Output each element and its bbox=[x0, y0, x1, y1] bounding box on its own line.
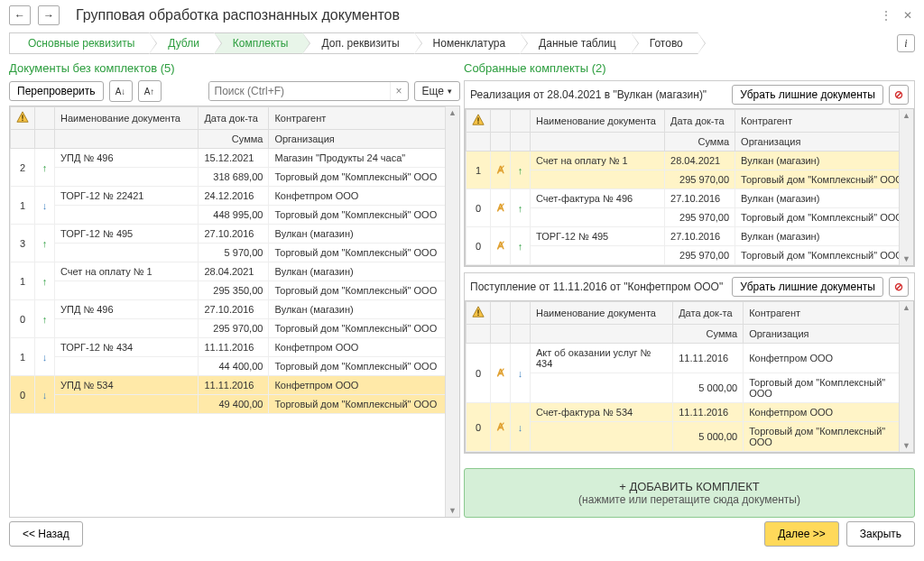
table-row-sub[interactable]: 5 970,00Торговый дом "Комплексный" ООО bbox=[11, 244, 459, 262]
kit-grid: Наименование документаДата док-таКонтраг… bbox=[466, 301, 913, 452]
col-name[interactable]: Наименование документа bbox=[55, 107, 199, 130]
match-icon: Ⱥ bbox=[491, 227, 511, 265]
left-title: Документы без комплектов (5) bbox=[9, 60, 460, 80]
doc-sum: 5 970,00 bbox=[199, 244, 269, 262]
table-row-sub[interactable]: 295 970,00Торговый дом "Комплексный" ООО bbox=[11, 319, 459, 338]
kit-title: Реализация от 28.04.2021 в "Вулкан (мага… bbox=[470, 88, 707, 101]
table-row-sub[interactable]: 295 970,00Торговый дом "Комплексный" ООО bbox=[467, 246, 913, 265]
sort-desc-button[interactable]: A↑ bbox=[138, 80, 162, 102]
menu-icon[interactable]: ⋮ bbox=[879, 8, 893, 23]
table-row[interactable]: 0↑УПД № 49627.10.2016Вулкан (магазин) bbox=[11, 300, 459, 319]
info-button[interactable]: i bbox=[897, 34, 915, 52]
table-row-sub[interactable]: 295 970,00Торговый дом "Комплексный" ООО bbox=[467, 208, 913, 227]
step-tabledata[interactable]: Данные таблиц bbox=[520, 32, 631, 54]
table-row[interactable]: 1Ⱥ↑Счет на оплату № 128.04.2021Вулкан (м… bbox=[467, 152, 913, 170]
table-row[interactable]: 1↓ТОРГ-12 № 43411.11.2016Конфетпром ООО bbox=[11, 338, 459, 357]
doc-name: ТОРГ-12 № 22421 bbox=[55, 187, 199, 206]
table-row[interactable]: 0Ⱥ↓Счет-фактура № 53411.11.2016Конфетпро… bbox=[467, 403, 913, 422]
direction-icon: ↑ bbox=[511, 189, 531, 227]
back-button[interactable]: << Назад bbox=[9, 521, 83, 547]
table-row-sub[interactable]: 295 970,00Торговый дом "Комплексный" ООО bbox=[467, 170, 913, 189]
doc-counterparty: Вулкан (магазин) bbox=[735, 152, 913, 170]
doc-org: Торговый дом "Комплексный" ООО bbox=[735, 208, 913, 227]
table-row[interactable]: 3↑ТОРГ-12 № 49527.10.2016Вулкан (магазин… bbox=[11, 225, 459, 244]
svg-rect-2 bbox=[477, 117, 478, 121]
search-input[interactable] bbox=[209, 82, 390, 100]
direction-icon: ↑ bbox=[511, 152, 531, 189]
remove-extra-button[interactable]: Убрать лишние документы bbox=[732, 277, 883, 297]
col-date[interactable]: Дата док-та bbox=[199, 107, 269, 130]
doc-date: 11.11.2016 bbox=[199, 376, 269, 395]
col-sum[interactable]: Сумма bbox=[199, 130, 269, 149]
doc-sum: 448 995,00 bbox=[199, 206, 269, 225]
doc-counterparty: Конфетпром ООО bbox=[744, 344, 913, 373]
doc-sum: 5 000,00 bbox=[673, 422, 744, 452]
doc-date: 11.11.2016 bbox=[673, 344, 744, 373]
delete-kit-button[interactable]: ⊘ bbox=[889, 85, 909, 105]
right-title: Собранные комплекты (2) bbox=[464, 60, 915, 80]
add-kit-button[interactable]: + ДОБАВИТЬ КОМПЛЕКТ (нажмите или перетащ… bbox=[464, 468, 915, 518]
table-row-sub[interactable]: 49 400,00Торговый дом "Комплексный" ООО bbox=[11, 395, 459, 414]
nav-forward-button[interactable]: → bbox=[38, 5, 60, 25]
doc-name: Счет на оплату № 1 bbox=[55, 262, 199, 281]
next-button[interactable]: Далее >> bbox=[764, 521, 839, 547]
direction-icon: ↑ bbox=[35, 225, 55, 262]
doc-org: Торговый дом "Комплексный" ООО bbox=[269, 357, 459, 376]
doc-org: Торговый дом "Комплексный" ООО bbox=[744, 373, 913, 403]
kit-scrollbar[interactable]: ▲▼ bbox=[899, 301, 913, 452]
col-org[interactable]: Организация bbox=[269, 130, 459, 149]
close-button[interactable]: Закрыть bbox=[846, 521, 915, 547]
step-kits[interactable]: Комплекты bbox=[214, 32, 303, 54]
table-row[interactable]: 0↓УПД № 53411.11.2016Конфетпром ООО bbox=[11, 376, 459, 395]
doc-name: УПД № 496 bbox=[55, 149, 199, 168]
close-icon[interactable]: ✕ bbox=[901, 8, 915, 23]
doc-org: Торговый дом "Комплексный" ООО bbox=[269, 281, 459, 300]
table-row[interactable]: 1↓ТОРГ-12 № 2242124.12.2016Конфетпром ОО… bbox=[11, 187, 459, 206]
left-scrollbar[interactable]: ▲▼ bbox=[445, 106, 459, 517]
doc-counterparty: Магазин "Продукты 24 часа" bbox=[269, 149, 459, 168]
table-row[interactable]: 0Ⱥ↑ТОРГ-12 № 49527.10.2016Вулкан (магази… bbox=[467, 227, 913, 246]
search-clear-button[interactable]: × bbox=[390, 82, 408, 100]
doc-org: Торговый дом "Комплексный" ООО bbox=[269, 168, 459, 187]
doc-name: Счет-фактура № 534 bbox=[531, 403, 673, 422]
match-icon: Ⱥ bbox=[491, 403, 511, 452]
table-row[interactable]: 1↑Счет на оплату № 128.04.2021Вулкан (ма… bbox=[11, 262, 459, 281]
doc-sum: 318 689,00 bbox=[199, 168, 269, 187]
table-row-sub[interactable]: 448 995,00Торговый дом "Комплексный" ООО bbox=[11, 206, 459, 225]
kit-block: Реализация от 28.04.2021 в "Вулкан (мага… bbox=[464, 80, 915, 267]
kit-title: Поступление от 11.11.2016 от "Конфетпром… bbox=[470, 280, 723, 293]
table-row-sub[interactable]: 5 000,00Торговый дом "Комплексный" ООО bbox=[467, 373, 913, 403]
doc-sum: 295 970,00 bbox=[665, 246, 735, 265]
step-dupes[interactable]: Дубли bbox=[149, 32, 214, 54]
table-row-sub[interactable]: 295 350,00Торговый дом "Комплексный" ООО bbox=[11, 281, 459, 300]
table-row-sub[interactable]: 5 000,00Торговый дом "Комплексный" ООО bbox=[467, 422, 913, 452]
doc-org: Торговый дом "Комплексный" ООО bbox=[269, 244, 459, 262]
table-row[interactable]: 2↑УПД № 49615.12.2021Магазин "Продукты 2… bbox=[11, 149, 459, 168]
direction-icon: ↓ bbox=[35, 187, 55, 225]
step-main[interactable]: Основные реквизиты bbox=[9, 32, 149, 54]
step-done[interactable]: Готово bbox=[631, 32, 698, 54]
nav-back-button[interactable]: ← bbox=[9, 5, 31, 25]
table-row[interactable]: 0Ⱥ↓Акт об оказании услуг № 43411.11.2016… bbox=[467, 344, 913, 373]
match-icon: Ⱥ bbox=[491, 152, 511, 189]
direction-icon: ↓ bbox=[511, 344, 531, 403]
direction-icon: ↓ bbox=[511, 403, 531, 452]
delete-kit-button[interactable]: ⊘ bbox=[889, 277, 909, 297]
svg-rect-4 bbox=[477, 309, 478, 313]
doc-name: Счет на оплату № 1 bbox=[531, 152, 665, 170]
doc-date: 27.10.2016 bbox=[665, 189, 735, 208]
table-row-sub[interactable]: 318 689,00Торговый дом "Комплексный" ООО bbox=[11, 168, 459, 187]
table-row[interactable]: 0Ⱥ↑Счет-фактура № 49627.10.2016Вулкан (м… bbox=[467, 189, 913, 208]
kit-scrollbar[interactable]: ▲▼ bbox=[899, 109, 913, 265]
recheck-button[interactable]: Перепроверить bbox=[9, 81, 104, 101]
col-ctr[interactable]: Контрагент bbox=[269, 107, 459, 130]
direction-icon: ↑ bbox=[35, 300, 55, 338]
sort-asc-button[interactable]: A↓ bbox=[109, 80, 133, 102]
table-row-sub[interactable]: 44 400,00Торговый дом "Комплексный" ООО bbox=[11, 357, 459, 376]
more-button[interactable]: Еще▾ bbox=[414, 81, 460, 101]
step-extra[interactable]: Доп. реквизиты bbox=[302, 32, 413, 54]
remove-extra-button[interactable]: Убрать лишние документы bbox=[732, 85, 883, 105]
match-icon: Ⱥ bbox=[491, 189, 511, 227]
step-nomen[interactable]: Номенклатура bbox=[414, 32, 521, 54]
doc-counterparty: Вулкан (магазин) bbox=[269, 225, 459, 244]
